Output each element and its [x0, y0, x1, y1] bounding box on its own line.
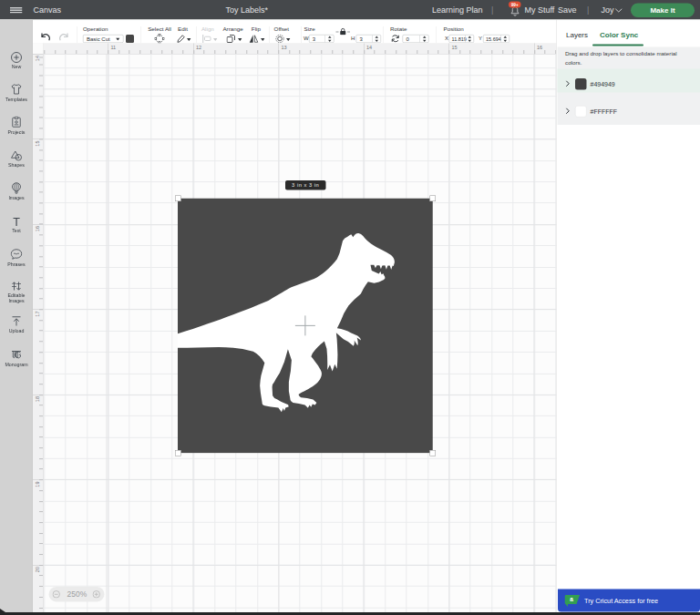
svg-text:a: a — [570, 596, 573, 602]
